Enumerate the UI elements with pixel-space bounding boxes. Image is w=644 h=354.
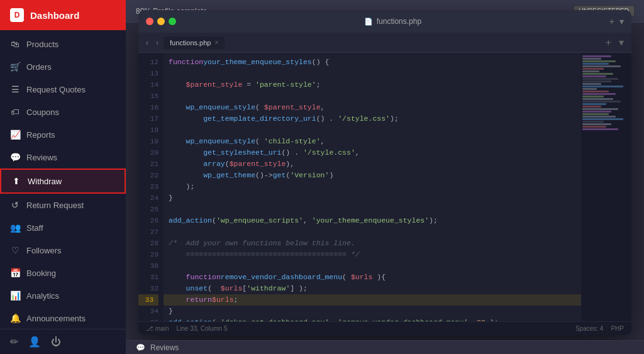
user-icon[interactable]: 👤 [28, 336, 41, 348]
withdraw-icon: ⬆ [11, 176, 21, 186]
analytics-icon: 📊 [10, 290, 20, 301]
code-line-26: add_action('wp_enqueue_scripts', 'your_t… [164, 215, 581, 226]
line-column: Line 33, Column 5 [176, 325, 227, 332]
products-icon: 🛍 [10, 39, 20, 49]
code-line-30 [164, 260, 581, 272]
tab-menu-icon[interactable]: ▾ [616, 36, 626, 48]
code-editor-window: 📄 functions.php + ▾ ‹ › functions.php × … [138, 10, 631, 335]
code-line-23: ); [164, 181, 581, 192]
window-titlebar: 📄 functions.php + ▾ [138, 10, 631, 33]
line-num-23: 23 [150, 181, 158, 192]
line-num-29: 29 [150, 249, 158, 260]
sidebar-label-reports: Reports [26, 130, 55, 140]
tab-bar: ‹ › functions.php × + ▾ [138, 33, 631, 53]
reports-icon: 📈 [10, 130, 20, 140]
chevron-down-icon[interactable]: ▾ [619, 16, 624, 26]
tab-back-icon[interactable]: ‹ [143, 37, 151, 48]
sidebar-item-announcements[interactable]: 🔔 Announcements [0, 307, 126, 329]
spaces-info: Spaces: 4 [575, 325, 603, 332]
close-button[interactable] [146, 18, 153, 25]
minimap [581, 53, 631, 321]
code-line-27 [164, 226, 581, 238]
code-line-29: ===================================== */ [164, 249, 581, 260]
git-branch: ⎇ main [146, 325, 169, 332]
followers-icon: ♡ [10, 245, 20, 255]
line-num-12: 12 [150, 57, 158, 68]
power-icon[interactable]: ⏻ [51, 336, 61, 348]
sidebar-label-announcements: Announcements [26, 314, 86, 323]
sidebar-label-booking: Booking [26, 268, 56, 278]
code-line-31: function remove_vendor_dashboard_menu( $… [164, 272, 581, 283]
sidebar-item-followers[interactable]: ♡ Followers [0, 239, 126, 262]
code-line-15 [164, 91, 581, 102]
sidebar-label-orders: Orders [26, 62, 52, 72]
tab-forward-icon[interactable]: › [153, 37, 161, 48]
announcements-icon: 🔔 [10, 313, 20, 323]
code-line-14: $parent_style = 'parent-style'; [164, 79, 581, 91]
line-numbers: 12 13 14 15 16 17 18 19 20 21 22 23 24 2… [138, 53, 164, 321]
sidebar-item-return-request[interactable]: ↺ Return Request [0, 194, 126, 216]
sidebar-item-booking[interactable]: 📅 Booking [0, 262, 126, 284]
new-tab-button[interactable]: + [603, 37, 614, 48]
sidebar-label-return-request: Return Request [26, 201, 84, 210]
code-line-35: add_action( 'dokan_get_dashboard_nav', '… [164, 317, 581, 321]
line-num-32: 32 [150, 283, 158, 294]
edit-icon[interactable]: ✏ [10, 336, 18, 348]
sidebar-item-staff[interactable]: 👥 Staff [0, 216, 126, 239]
code-line-16: wp_enqueue_style( $parent_style, [164, 102, 581, 113]
add-tab-icon[interactable]: + [609, 16, 614, 26]
orders-icon: 🛒 [10, 62, 20, 72]
code-line-34: } [164, 306, 581, 317]
sidebar-item-analytics[interactable]: 📊 Analytics [0, 284, 126, 307]
line-num-33: 33 [138, 294, 158, 306]
sidebar-item-products[interactable]: 🛍 Products [0, 33, 126, 55]
tab-functions-php[interactable]: functions.php × [164, 36, 225, 49]
line-num-17: 17 [150, 113, 158, 124]
sidebar-label-analytics: Analytics [26, 291, 59, 301]
sidebar-item-coupons[interactable]: 🏷 Coupons [0, 101, 126, 123]
sidebar-item-reviews[interactable]: 💬 Reviews [0, 146, 126, 169]
sidebar-nav: 🛍 Products 🛒 Orders ☰ Request Quotes 🏷 C… [0, 30, 126, 329]
minimize-button[interactable] [157, 18, 165, 25]
code-line-20: get_stylesheet_uri() . '/style.css', [164, 147, 581, 158]
line-num-22: 22 [150, 170, 158, 181]
line-num-26: 26 [150, 215, 158, 226]
code-content[interactable]: function your_theme_enqueue_styles() { $… [164, 53, 581, 321]
booking-icon: 📅 [10, 268, 20, 278]
maximize-button[interactable] [169, 18, 176, 25]
line-num-35: 35 [150, 317, 158, 321]
line-num-20: 20 [150, 147, 158, 158]
staff-icon: 👥 [10, 223, 20, 233]
line-num-13: 13 [150, 68, 158, 79]
sidebar-label-products: Products [26, 40, 58, 49]
reviews-section-icon: 💬 [136, 343, 145, 352]
window-controls-right: + ▾ [609, 16, 624, 26]
line-num-25: 25 [150, 204, 158, 215]
sidebar-item-request-quotes[interactable]: ☰ Request Quotes [0, 78, 126, 101]
code-line-19: wp_enqueue_style( 'child-style', [164, 136, 581, 147]
window-title-text: functions.php [377, 17, 421, 26]
code-line-25 [164, 204, 581, 215]
sidebar-item-withdraw[interactable]: ⬆ Withdraw [0, 169, 126, 194]
sidebar-bottom: ✏ 👤 ⏻ [0, 329, 126, 354]
sidebar-title: Dashboard [30, 10, 79, 21]
coupons-icon: 🏷 [10, 107, 20, 117]
code-line-13 [164, 68, 581, 79]
sidebar-item-orders[interactable]: 🛒 Orders [0, 55, 126, 78]
code-line-12: function your_theme_enqueue_styles() { [164, 57, 581, 68]
tab-close-icon[interactable]: × [214, 39, 218, 46]
code-line-33: return $urls; [164, 294, 581, 306]
code-line-24: } [164, 192, 581, 204]
dashboard-logo: D [10, 8, 24, 22]
sidebar-item-reports[interactable]: 📈 Reports [0, 123, 126, 146]
sidebar-label-staff: Staff [26, 223, 43, 233]
line-num-34: 34 [150, 306, 158, 317]
line-num-14: 14 [150, 79, 158, 91]
line-num-27: 27 [150, 226, 158, 238]
window-title: 📄 functions.php [181, 17, 604, 26]
line-num-15: 15 [150, 91, 158, 102]
line-num-16: 16 [150, 102, 158, 113]
code-line-28: /* Add your own functions below this lin… [164, 238, 581, 249]
sidebar-label-request-quotes: Request Quotes [26, 85, 86, 94]
line-num-28: 28 [150, 238, 158, 249]
